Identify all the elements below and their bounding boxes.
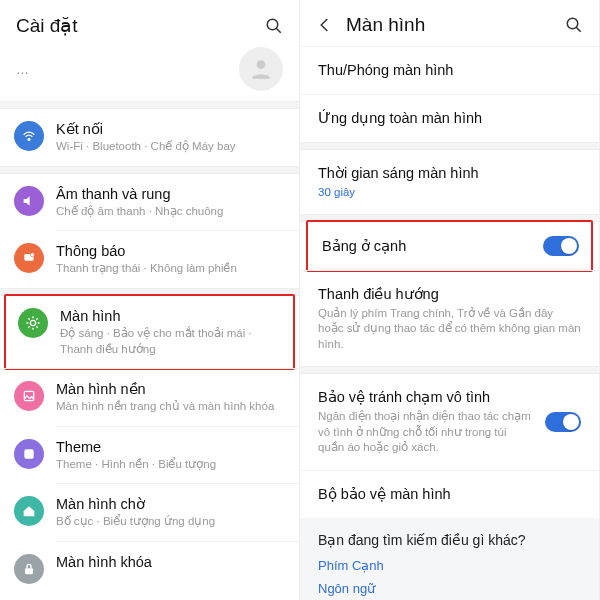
svg-line-14 bbox=[36, 318, 37, 319]
display-title: Màn hình bbox=[346, 14, 565, 36]
notification-icon bbox=[14, 243, 44, 273]
item-title: Kết nối bbox=[56, 120, 283, 138]
partial-account-row[interactable]: … bbox=[0, 47, 299, 101]
related-settings-footer: Bạn đang tìm kiếm điều gì khác? Phím Cạn… bbox=[300, 518, 599, 600]
svg-rect-17 bbox=[25, 568, 33, 574]
row-fullscreen-apps[interactable]: Ứng dụng toàn màn hình bbox=[300, 95, 599, 142]
section-separator bbox=[0, 166, 299, 174]
settings-item-notifications[interactable]: Thông báo Thanh trạng thái · Không làm p… bbox=[0, 231, 299, 288]
row-title: Thanh điều hướng bbox=[318, 285, 581, 304]
item-title: Màn hình bbox=[60, 307, 281, 325]
svg-point-3 bbox=[28, 138, 30, 140]
svg-line-13 bbox=[28, 326, 29, 327]
home-icon bbox=[14, 496, 44, 526]
item-sub: Theme · Hình nền · Biểu tượng bbox=[56, 457, 283, 473]
row-edge-panel[interactable]: Bảng ở cạnh bbox=[308, 222, 591, 270]
item-title: Màn hình nền bbox=[56, 380, 283, 398]
row-title: Ứng dụng toàn màn hình bbox=[318, 109, 581, 128]
svg-line-19 bbox=[576, 27, 581, 32]
row-sub: 30 giây bbox=[318, 185, 581, 201]
svg-point-5 bbox=[30, 253, 34, 257]
back-icon[interactable] bbox=[316, 16, 334, 34]
highlight-display: Màn hình Độ sáng · Bảo vệ cho mắt thoải … bbox=[4, 294, 295, 370]
row-title: Thời gian sáng màn hình bbox=[318, 164, 581, 183]
display-icon bbox=[18, 308, 48, 338]
highlight-edge-panel: Bảng ở cạnh bbox=[306, 220, 593, 272]
sound-icon bbox=[14, 186, 44, 216]
lock-icon bbox=[14, 554, 44, 584]
item-title: Thông báo bbox=[56, 242, 283, 260]
row-sub: Quản lý phím Trang chính, Trở về và Gần … bbox=[318, 306, 581, 353]
svg-rect-15 bbox=[24, 391, 33, 400]
edge-panel-toggle[interactable] bbox=[543, 236, 579, 256]
search-icon[interactable] bbox=[565, 16, 583, 34]
settings-item-homescreen[interactable]: Màn hình chờ Bố cục · Biểu tượng ứng dụn… bbox=[0, 484, 299, 541]
row-sub: Ngăn điện thoại nhận diện thao tác chạm … bbox=[318, 409, 533, 456]
settings-item-lockscreen[interactable]: Màn hình khóa bbox=[0, 542, 299, 595]
wifi-icon bbox=[14, 121, 44, 151]
row-title: Bảng ở cạnh bbox=[322, 237, 531, 256]
settings-item-wallpaper[interactable]: Màn hình nền Màn hình nền trang chủ và m… bbox=[0, 369, 299, 426]
svg-line-11 bbox=[28, 318, 29, 319]
row-title: Bảo vệ tránh chạm vô tình bbox=[318, 388, 533, 407]
svg-rect-16 bbox=[24, 449, 33, 458]
item-title: Màn hình chờ bbox=[56, 495, 283, 513]
section-separator bbox=[300, 142, 599, 150]
item-sub: Thanh trạng thái · Không làm phiền bbox=[56, 261, 283, 277]
row-screen-timeout[interactable]: Thời gian sáng màn hình 30 giây bbox=[300, 150, 599, 214]
section-separator bbox=[0, 101, 299, 109]
row-title: Thu/Phóng màn hình bbox=[318, 61, 581, 80]
settings-title: Cài đặt bbox=[16, 14, 265, 37]
avatar-icon bbox=[239, 47, 283, 91]
svg-line-12 bbox=[36, 326, 37, 327]
item-sub: Chế độ âm thanh · Nhạc chuông bbox=[56, 204, 283, 220]
display-settings-pane: Màn hình Thu/Phóng màn hình Ứng dụng toà… bbox=[300, 0, 600, 600]
svg-point-18 bbox=[567, 18, 578, 29]
footer-link-language[interactable]: Ngôn ngữ bbox=[318, 581, 581, 596]
partial-text: … bbox=[16, 62, 239, 77]
settings-item-connections[interactable]: Kết nối Wi-Fi · Bluetooth · Chế độ Máy b… bbox=[0, 109, 299, 166]
svg-point-2 bbox=[257, 60, 266, 69]
row-accidental-touch[interactable]: Bảo vệ tránh chạm vô tình Ngăn điện thoạ… bbox=[300, 374, 599, 469]
item-sub: Màn hình nền trang chủ và màn hình khóa bbox=[56, 399, 283, 415]
display-header: Màn hình bbox=[300, 0, 599, 46]
svg-line-1 bbox=[276, 28, 281, 33]
svg-point-6 bbox=[30, 320, 35, 325]
settings-item-display[interactable]: Màn hình Độ sáng · Bảo vệ cho mắt thoải … bbox=[6, 296, 293, 368]
item-title: Theme bbox=[56, 438, 283, 456]
settings-item-theme[interactable]: Theme Theme · Hình nền · Biểu tượng bbox=[0, 427, 299, 484]
row-screen-protector[interactable]: Bộ bảo vệ màn hình bbox=[300, 471, 599, 518]
settings-list-pane: Cài đặt … Kết nối Wi-Fi · Bluetooth · Ch… bbox=[0, 0, 300, 600]
settings-header: Cài đặt bbox=[0, 0, 299, 47]
item-sub: Wi-Fi · Bluetooth · Chế độ Máy bay bbox=[56, 139, 283, 155]
search-icon[interactable] bbox=[265, 17, 283, 35]
item-sub: Bố cục · Biểu tượng ứng dụng bbox=[56, 514, 283, 530]
row-navigation-bar[interactable]: Thanh điều hướng Quản lý phím Trang chín… bbox=[300, 271, 599, 366]
item-title: Âm thanh và rung bbox=[56, 185, 283, 203]
item-title: Màn hình khóa bbox=[56, 553, 283, 571]
row-title: Bộ bảo vệ màn hình bbox=[318, 485, 581, 504]
footer-question: Bạn đang tìm kiếm điều gì khác? bbox=[318, 532, 581, 548]
row-screen-zoom[interactable]: Thu/Phóng màn hình bbox=[300, 47, 599, 94]
item-sub: Độ sáng · Bảo vệ cho mắt thoải mái · Tha… bbox=[60, 326, 281, 357]
svg-point-0 bbox=[267, 19, 278, 30]
wallpaper-icon bbox=[14, 381, 44, 411]
settings-item-sound[interactable]: Âm thanh và rung Chế độ âm thanh · Nhạc … bbox=[0, 174, 299, 231]
accidental-touch-toggle[interactable] bbox=[545, 412, 581, 432]
section-separator bbox=[300, 366, 599, 374]
footer-link-side-key[interactable]: Phím Cạnh bbox=[318, 558, 581, 573]
theme-icon bbox=[14, 439, 44, 469]
